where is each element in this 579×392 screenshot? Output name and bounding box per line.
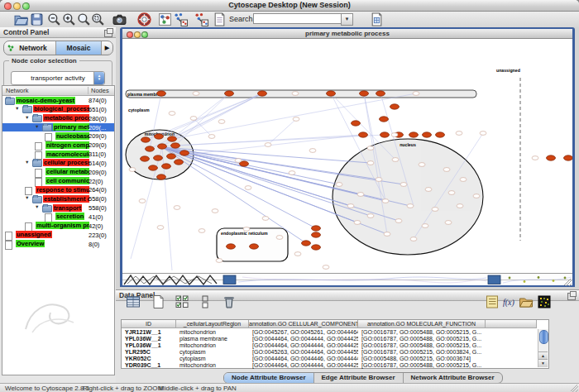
unselect-attributes-button[interactable] bbox=[199, 294, 214, 309]
network-node[interactable] bbox=[423, 132, 432, 137]
network-node[interactable] bbox=[400, 183, 407, 187]
tree-row-unassigned[interactable]: unassigned223(0) bbox=[2, 231, 114, 240]
network-node[interactable] bbox=[141, 137, 151, 142]
zoom-selected-button[interactable] bbox=[91, 12, 105, 26]
network-node[interactable] bbox=[292, 92, 299, 96]
scroll-down-button[interactable]: ▼ bbox=[538, 359, 548, 367]
tree-row-overview[interactable]: Overview8(0) bbox=[2, 240, 114, 249]
network-node[interactable] bbox=[323, 265, 329, 270]
network-node[interactable] bbox=[380, 117, 389, 122]
network-node[interactable] bbox=[309, 149, 316, 153]
tree-row-macromolecule[interactable]: macromolecule311(0) bbox=[2, 150, 114, 159]
tab-node-attribute-browser[interactable]: Node Attribute Browser bbox=[224, 373, 314, 383]
network-node[interactable] bbox=[289, 171, 295, 175]
network-node[interactable] bbox=[199, 229, 205, 233]
network-node[interactable] bbox=[391, 133, 398, 137]
network-node[interactable] bbox=[157, 226, 164, 230]
network-frame-titlebar[interactable]: primary metabolic process bbox=[122, 29, 572, 39]
network-node[interactable] bbox=[564, 155, 573, 160]
network-node[interactable] bbox=[448, 191, 455, 195]
tree-row-nitrogen-compo[interactable]: nitrogen compo209(0) bbox=[2, 141, 114, 150]
tree-row-nucleobase[interactable]: nucleobase-209(0) bbox=[2, 131, 114, 141]
network-node[interactable] bbox=[162, 164, 171, 169]
new-attribute-button[interactable] bbox=[151, 294, 165, 309]
network-node[interactable] bbox=[409, 132, 419, 137]
snapshot-button[interactable] bbox=[112, 12, 127, 26]
network-node[interactable] bbox=[367, 146, 374, 151]
network-node[interactable] bbox=[157, 174, 166, 179]
network-node[interactable] bbox=[473, 194, 480, 198]
network-node[interactable] bbox=[336, 183, 342, 187]
network-node[interactable] bbox=[168, 136, 177, 141]
tree-row-mosaic-demo-yeast[interactable]: mosaic-demo-yeast874(0) bbox=[2, 96, 114, 105]
network-node[interactable] bbox=[360, 91, 369, 96]
network-node[interactable] bbox=[227, 244, 236, 249]
network-node[interactable] bbox=[436, 132, 445, 137]
frame-resize-grip[interactable] bbox=[564, 279, 572, 286]
tab-network-attribute-browser[interactable]: Network Attribute Browser bbox=[404, 373, 502, 383]
network-edge[interactable] bbox=[194, 118, 212, 136]
heatmap-button[interactable] bbox=[537, 294, 552, 309]
window-resize-grip[interactable] bbox=[571, 385, 578, 392]
tree-row-establishment-of-lo[interactable]: ▼establishment of lo558(0) bbox=[2, 194, 114, 203]
tab-edge-attribute-browser[interactable]: Edge Attribute Browser bbox=[314, 373, 404, 383]
column-header-cellularlayoutregion[interactable]: _cellularLayoutRegion bbox=[176, 320, 249, 328]
tree-row-primary-metabo[interactable]: ▼primary metabo209(... bbox=[2, 123, 114, 132]
network-node[interactable] bbox=[302, 241, 311, 246]
vizmapper-button[interactable] bbox=[158, 12, 172, 26]
new-network-selected-edges-button[interactable] bbox=[194, 12, 208, 26]
network-node[interactable] bbox=[250, 244, 259, 249]
attribute-report-button[interactable] bbox=[213, 12, 227, 26]
network-node[interactable] bbox=[265, 143, 271, 147]
scrollbar-thumb[interactable] bbox=[539, 330, 548, 344]
network-canvas[interactable]: plasma membranecytoplasmmitochondrionnuc… bbox=[122, 39, 572, 273]
network-node[interactable] bbox=[456, 131, 462, 136]
network-node[interactable] bbox=[413, 92, 419, 96]
network-node[interactable] bbox=[390, 104, 400, 109]
network-node[interactable] bbox=[312, 226, 321, 231]
zoom-in-button[interactable] bbox=[62, 12, 76, 26]
network-node[interactable] bbox=[245, 186, 251, 190]
network-node[interactable] bbox=[171, 143, 180, 148]
import-attributes-button[interactable] bbox=[519, 294, 534, 309]
tree-row-transport[interactable]: ▼transport558(0) bbox=[2, 203, 114, 213]
function-builder-button[interactable]: f(x) bbox=[501, 294, 516, 309]
delete-attribute-button[interactable] bbox=[222, 294, 237, 309]
expander-icon[interactable]: ▼ bbox=[25, 115, 29, 120]
network-node[interactable] bbox=[141, 156, 150, 161]
network-edge[interactable] bbox=[172, 93, 416, 139]
network-node[interactable] bbox=[547, 155, 556, 160]
network-node[interactable] bbox=[169, 112, 175, 116]
node-color-dropdown[interactable]: transporter activity ▲▼ bbox=[11, 71, 105, 85]
network-node[interactable] bbox=[225, 91, 234, 96]
network-node[interactable] bbox=[425, 188, 432, 192]
tree-column-network[interactable]: Network bbox=[6, 87, 29, 94]
network-node[interactable] bbox=[158, 144, 167, 149]
network-node[interactable] bbox=[419, 163, 425, 167]
tree-row-metabolic-process[interactable]: ▼metabolic process280(0) bbox=[2, 114, 114, 123]
network-node[interactable] bbox=[392, 158, 399, 162]
network-node[interactable] bbox=[443, 168, 450, 172]
help-button[interactable] bbox=[137, 12, 151, 26]
float-panel-icon[interactable] bbox=[104, 30, 112, 37]
network-node[interactable] bbox=[216, 259, 223, 263]
select-attributes-button[interactable] bbox=[175, 294, 189, 309]
network-node[interactable] bbox=[347, 204, 354, 208]
notes-button[interactable] bbox=[485, 294, 500, 309]
network-node[interactable] bbox=[294, 252, 301, 256]
tree-row-cell-communicat[interactable]: cell communicat22(0) bbox=[2, 177, 114, 186]
network-node[interactable] bbox=[380, 132, 390, 137]
new-network-all-edges-button[interactable] bbox=[174, 12, 188, 26]
table-row-yjr121w-1[interactable]: YJR121W__1mitochondrion[GO:0045267, GO:0… bbox=[122, 329, 537, 336]
network-node[interactable] bbox=[367, 214, 374, 218]
tree-row-multi-organism-pro[interactable]: multi-organism pro42(0) bbox=[2, 222, 114, 231]
tree-row-cellular-process[interactable]: ▼cellular process614(0) bbox=[2, 159, 114, 168]
table-row-ydr039c-1[interactable]: YDR039C__1mitochondrion[GO:0044464, GO:0… bbox=[122, 362, 537, 369]
network-node[interactable] bbox=[367, 161, 374, 165]
network-node[interactable] bbox=[354, 221, 361, 225]
network-node[interactable] bbox=[174, 206, 180, 210]
window-titlebar[interactable]: Cytoscape Desktop (New Session) bbox=[0, 0, 579, 12]
zoom-out-button[interactable] bbox=[47, 12, 61, 26]
network-node[interactable] bbox=[422, 224, 428, 228]
network-node[interactable] bbox=[190, 117, 197, 121]
